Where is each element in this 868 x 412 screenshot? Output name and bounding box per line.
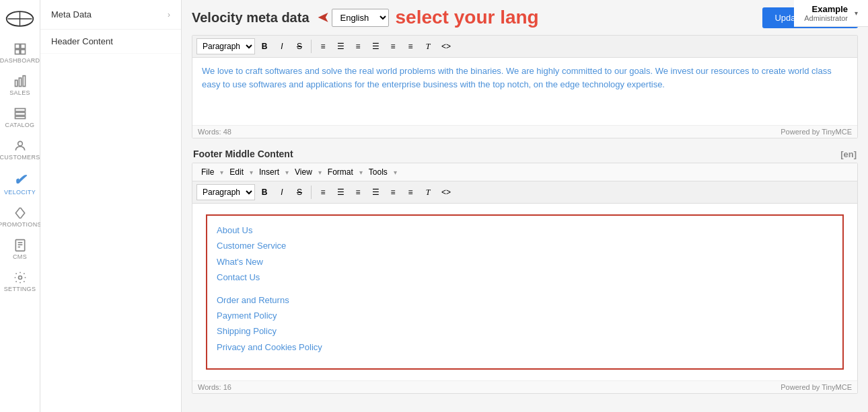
page-header: Velocity meta data ➤ English French Span… [192,7,539,28]
topbar-user-role: Administrator [804,14,848,22]
footer-bold-button[interactable]: B [256,184,273,200]
left-panel-header-content-label: Header Content [51,36,113,46]
footer-align-left-button[interactable]: ≡ [315,184,331,200]
footer-middle-editor-content[interactable]: About Us Customer Service What's New Con… [192,204,857,380]
footer-code-button[interactable]: <> [437,184,455,200]
align-center-button[interactable]: ☰ [332,38,349,54]
tools-menu[interactable]: Tools [364,165,392,179]
sidebar-item-label: SALES [9,89,30,96]
left-panel-header-content[interactable]: Header Content [40,30,181,54]
svg-rect-3 [15,44,20,49]
topbar-dropdown-icon[interactable]: ▾ [855,9,858,17]
page-title: Velocity meta data [192,10,310,26]
toolbar-separator [311,40,312,53]
svg-rect-12 [15,116,25,118]
footer-align-right-button[interactable]: ≡ [350,184,366,200]
insert-menu[interactable]: Insert [254,165,284,179]
footer-middle-header: Footer Middle Content [en] [192,149,858,159]
sidebar: DASHBOARD SALES CATALOG CUSTOMERS ✔ VELO… [0,0,40,412]
outdent-button[interactable]: ≡ [402,38,419,54]
footer-italic-button[interactable]: I [274,184,290,200]
footer-middle-toolbar: Paragraph B I S ≡ ☰ ≡ ☰ ≡ ≡ T <> [192,181,857,204]
svg-point-19 [18,276,22,280]
left-panel-meta-data-label: Meta Data [51,9,92,19]
footer-outdent-button[interactable]: ≡ [402,184,419,200]
menu-arrow-format: ▾ [359,169,363,176]
svg-marker-14 [15,208,24,218]
footer-links-box: About Us Customer Service What's New Con… [206,214,844,370]
align-left-button[interactable]: ≡ [315,38,331,54]
sidebar-item-settings[interactable]: SETTINGS [0,265,40,298]
format-button[interactable]: T [420,38,436,54]
header-editor-content[interactable]: We love to craft softwares and solve the… [192,58,857,125]
footer-paragraph-select[interactable]: Paragraph [196,184,255,200]
language-select[interactable]: English French Spanish German [332,9,389,27]
sidebar-item-label: CATALOG [5,122,35,128]
footer-format-button[interactable]: T [420,184,436,200]
lang-badge: [en] [840,149,857,159]
powered-by: Powered by TinyMCE [781,128,852,136]
logo[interactable] [3,7,37,30]
footer-toolbar-sep [311,186,312,199]
file-menu[interactable]: File [196,165,219,179]
footer-middle-title: Footer Middle Content [193,149,293,159]
sidebar-item-label: DASHBOARD [0,57,40,64]
bold-button[interactable]: B [256,38,273,54]
svg-rect-5 [15,50,20,54]
privacy-cookies-link[interactable]: Privacy and Cookies Policy [217,339,833,355]
strikethrough-button[interactable]: S [291,38,308,54]
footer-align-center-button[interactable]: ☰ [332,184,349,200]
order-returns-link[interactable]: Order and Returns [217,292,833,308]
contact-us-link[interactable]: Contact Us [217,270,833,285]
sidebar-item-label: SETTINGS [4,286,36,292]
sidebar-item-label: CUSTOMERS [0,154,40,161]
italic-button[interactable]: I [274,38,290,54]
footer-align-justify-button[interactable]: ☰ [367,184,384,200]
left-panel-meta-data[interactable]: Meta Data › [40,0,181,30]
topbar-user-info: Example Administrator [804,4,848,22]
chevron-right-icon: › [168,10,170,19]
indent-button[interactable]: ≡ [385,38,401,54]
sidebar-item-dashboard[interactable]: DASHBOARD [0,37,40,69]
edit-menu[interactable]: Edit [225,165,248,179]
velocity-icon: ✔ [13,171,26,189]
header-editor-text: We love to craft softwares and solve the… [202,66,832,89]
svg-point-13 [17,141,22,146]
header-editor-footer: Words: 48 Powered by TinyMCE [192,125,857,138]
topbar: Example Administrator ▾ [794,0,868,27]
code-button[interactable]: <> [437,38,455,54]
link-group-1: About Us Customer Service What's New Con… [217,222,833,286]
footer-indent-button[interactable]: ≡ [385,184,401,200]
menu-arrow-insert: ▾ [285,169,289,176]
format-menu[interactable]: Format [323,165,358,179]
sidebar-item-label: PROMOTIONS [0,221,42,228]
sidebar-item-label: VELOCITY [4,189,36,196]
sidebar-item-sales[interactable]: SALES [0,69,40,101]
sidebar-item-promotions[interactable]: PROMOTIONS [0,201,40,233]
align-justify-button[interactable]: ☰ [367,38,384,54]
footer-middle-editor: File ▾ Edit ▾ Insert ▾ View ▾ Format ▾ T… [192,163,858,394]
whats-new-link[interactable]: What's New [217,254,833,270]
svg-rect-11 [15,112,25,115]
paragraph-select[interactable]: Paragraph [196,38,255,54]
lang-arrow-icon: ➤ [318,9,330,26]
footer-powered-by: Powered by TinyMCE [781,383,852,391]
sidebar-item-catalog[interactable]: CATALOG [0,101,40,134]
menu-arrow-view: ▾ [318,169,322,176]
view-menu[interactable]: View [290,165,317,179]
lang-hint: select your lang [396,7,539,28]
align-right-button[interactable]: ≡ [350,38,366,54]
svg-rect-10 [15,109,25,112]
sidebar-item-cms[interactable]: CMS [0,233,40,265]
footer-strikethrough-button[interactable]: S [291,184,308,200]
customer-service-link[interactable]: Customer Service [217,238,833,253]
sidebar-item-customers[interactable]: CUSTOMERS [0,134,40,166]
about-us-link[interactable]: About Us [217,222,833,238]
payment-policy-link[interactable]: Payment Policy [217,308,833,323]
footer-middle-editor-footer: Words: 16 Powered by TinyMCE [192,380,857,393]
sidebar-item-velocity[interactable]: ✔ VELOCITY [0,166,40,201]
menu-arrow-tools: ▾ [394,169,397,176]
svg-rect-9 [23,76,25,87]
menu-arrow-edit: ▾ [250,169,253,176]
shipping-policy-link[interactable]: Shipping Policy [217,323,833,339]
